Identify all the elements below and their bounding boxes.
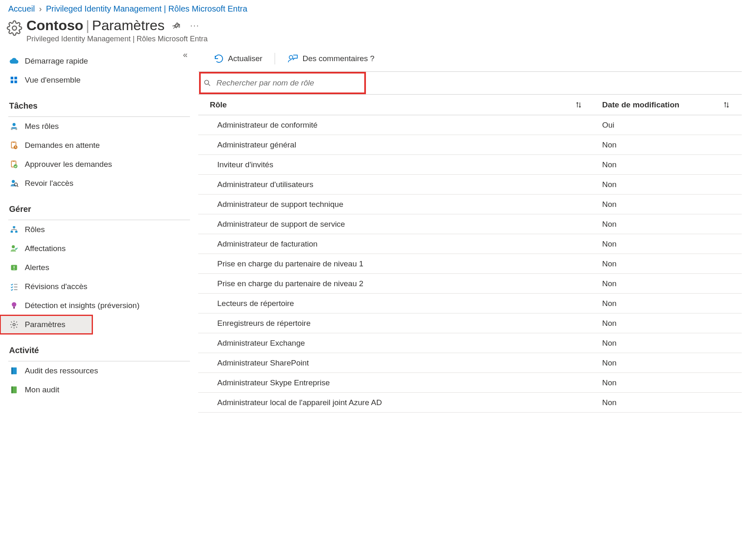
table-row[interactable]: Lecteurs de répertoireNon <box>198 294 742 313</box>
svg-point-31 <box>204 81 209 85</box>
table-header: Rôle Date de modification <box>198 95 742 115</box>
cell-role: Administrateur de facturation <box>198 240 575 249</box>
table-row[interactable]: Prise en charge du partenaire de niveau … <box>198 254 742 274</box>
svg-rect-4 <box>14 81 17 83</box>
feedback-button[interactable]: Des commentaires ? <box>283 52 378 66</box>
sidebar-item-label: Révisions d'accès <box>25 282 87 291</box>
sidebar-item-alerts[interactable]: Alertes <box>0 258 198 277</box>
sidebar-item-overview[interactable]: Vue d'ensemble <box>0 71 198 90</box>
sidebar-item-quickstart[interactable]: Démarrage rapide <box>0 52 198 71</box>
sort-role-icon[interactable] <box>575 101 594 109</box>
sidebar-item-label: Approuver les demandes <box>25 160 112 169</box>
table-row[interactable]: Administrateur Skype EntrepriseNon <box>198 373 742 393</box>
table-row[interactable]: Administrateur SharePointNon <box>198 353 742 373</box>
sidebar-item-my-roles[interactable]: Mes rôles <box>0 117 198 136</box>
table-row[interactable]: Administrateur de support techniqueNon <box>198 195 742 214</box>
table-row[interactable]: Administrateur généralNon <box>198 135 742 155</box>
refresh-button[interactable]: Actualiser <box>210 52 266 65</box>
table-row[interactable]: Administrateur de conformitéOui <box>198 115 742 135</box>
sidebar-item-label: Demandes en attente <box>25 141 100 150</box>
book-icon <box>9 366 19 376</box>
cloud-icon <box>9 56 19 66</box>
sidebar-item-label: Mon audit <box>25 385 59 394</box>
cell-role: Administrateur local de l'appareil joint… <box>198 398 575 407</box>
sidebar-item-detection[interactable]: Détection et insights (préversion) <box>0 296 198 315</box>
sidebar-section-tasks: Tâches <box>0 90 198 114</box>
cell-role: Lecteurs de répertoire <box>198 299 575 308</box>
svg-rect-17 <box>13 226 15 228</box>
org-icon <box>9 225 19 235</box>
cell-modified: Non <box>594 240 723 249</box>
sidebar-item-label: Détection et insights (préversion) <box>25 301 140 310</box>
gear-icon <box>7 20 22 36</box>
column-modified[interactable]: Date de modification <box>594 100 723 109</box>
breadcrumb-current[interactable]: Privileged Identity Management | Rôles M… <box>46 4 247 14</box>
sidebar-item-roles[interactable]: Rôles <box>0 220 198 239</box>
pin-icon[interactable] <box>172 21 181 30</box>
svg-point-0 <box>12 26 17 30</box>
cell-role: Administrateur de conformité <box>198 121 575 130</box>
cell-modified: Non <box>594 160 723 169</box>
sidebar-item-my-audit[interactable]: Mon audit <box>0 380 198 399</box>
sidebar-item-settings[interactable]: Paramètres <box>0 315 93 334</box>
cell-modified: Non <box>594 259 723 268</box>
gear-icon <box>9 320 19 330</box>
sidebar-item-approve-requests[interactable]: Approuver les demandes <box>0 155 198 174</box>
svg-point-30 <box>290 56 293 59</box>
sidebar-item-resource-audit[interactable]: Audit des ressources <box>0 361 198 380</box>
cell-role: Enregistreurs de répertoire <box>198 319 575 328</box>
table-row[interactable]: Administrateur d'utilisateursNon <box>198 175 742 195</box>
cell-modified: Non <box>594 339 723 348</box>
main-content: Actualiser Des commentaires ? Rôle <box>198 47 750 413</box>
cell-role: Prise en charge du partenaire de niveau … <box>198 259 575 268</box>
svg-point-20 <box>12 245 15 248</box>
cell-modified: Non <box>594 378 723 387</box>
sidebar-item-assignments[interactable]: Affectations <box>0 239 198 258</box>
search-input[interactable] <box>216 78 348 88</box>
cell-modified: Non <box>594 358 723 368</box>
sidebar-item-label: Vue d'ensemble <box>25 76 81 85</box>
svg-rect-10 <box>12 142 14 143</box>
svg-point-15 <box>12 180 15 183</box>
book-green-icon <box>9 385 19 395</box>
table-row[interactable]: Administrateur de facturationNon <box>198 234 742 254</box>
sidebar-section-manage: Gérer <box>0 193 198 217</box>
cell-modified: Non <box>594 279 723 288</box>
sidebar-item-pending-requests[interactable]: Demandes en attente <box>0 136 198 155</box>
table-row[interactable]: Administrateur ExchangeNon <box>198 333 742 353</box>
table-row[interactable]: Inviteur d'invitésNon <box>198 155 742 175</box>
column-role[interactable]: Rôle <box>198 100 575 109</box>
cell-modified: Non <box>594 200 723 209</box>
sidebar-item-review-access[interactable]: Revoir l'accès <box>0 174 198 193</box>
cell-modified: Non <box>594 398 723 407</box>
clipboard-check-icon <box>9 159 19 169</box>
cell-role: Prise en charge du partenaire de niveau … <box>198 279 575 288</box>
more-icon[interactable]: ··· <box>188 21 201 30</box>
sidebar-section-activity: Activité <box>0 334 198 358</box>
alert-icon <box>9 263 19 273</box>
sidebar-item-label: Affectations <box>25 244 66 253</box>
breadcrumb-home[interactable]: Accueil <box>8 4 35 14</box>
table-row[interactable]: Administrateur de support de serviceNon <box>198 214 742 234</box>
table-row[interactable]: Prise en charge du partenaire de niveau … <box>198 274 742 294</box>
sidebar-item-label: Audit des ressources <box>25 366 98 375</box>
clipboard-clock-icon <box>9 140 19 150</box>
sort-modified-icon[interactable] <box>723 101 742 109</box>
collapse-sidebar-icon[interactable]: « <box>183 50 185 59</box>
page-title: Contoso|Paramètres <box>26 18 164 33</box>
sidebar-item-label: Alertes <box>25 263 49 272</box>
checklist-icon <box>9 282 19 292</box>
toolbar: Actualiser Des commentaires ? <box>198 47 742 71</box>
page-header: Contoso|Paramètres ··· Privileged Identi… <box>0 16 750 47</box>
search-icon <box>203 79 211 87</box>
roles-table: Rôle Date de modification Administrateur… <box>198 95 742 413</box>
table-row[interactable]: Administrateur local de l'appareil joint… <box>198 393 742 413</box>
cell-modified: Non <box>594 319 723 328</box>
svg-rect-13 <box>12 161 14 162</box>
table-row[interactable]: Enregistreurs de répertoireNon <box>198 313 742 333</box>
svg-rect-2 <box>14 77 17 79</box>
sidebar-item-access-reviews[interactable]: Révisions d'accès <box>0 277 198 296</box>
svg-rect-19 <box>15 231 18 233</box>
cell-role: Administrateur d'utilisateurs <box>198 180 575 189</box>
lightbulb-icon <box>9 301 19 311</box>
